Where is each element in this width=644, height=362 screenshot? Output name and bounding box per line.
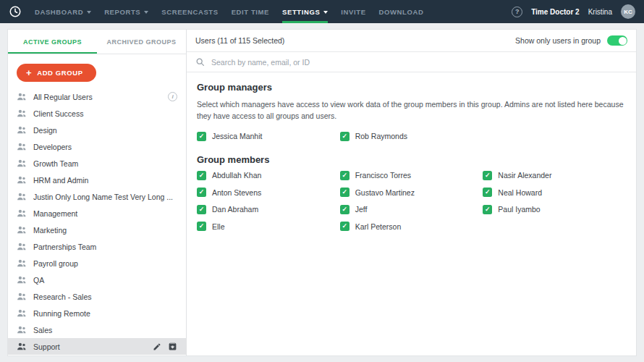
member-checkbox-item[interactable]: Jeff xyxy=(340,205,483,214)
sidebar-item-all-regular-users[interactable]: All Regular Users xyxy=(8,88,186,105)
group-users-icon xyxy=(17,193,27,201)
manager-checkbox-item[interactable]: Jessica Manhit xyxy=(197,132,340,141)
group-label: HRM and Admin xyxy=(33,176,177,185)
sidebar-item-marketing[interactable]: Marketing xyxy=(8,222,186,238)
group-label: Design xyxy=(33,126,177,135)
managers-grid: Jessica Manhit Rob Raymonds xyxy=(197,132,626,141)
sidebar-item-research-sales[interactable]: Research - Sales xyxy=(8,288,186,305)
show-only-users-label: Show only users in group xyxy=(515,36,601,45)
member-checkbox-item[interactable]: Gustavo Martinez xyxy=(340,188,483,197)
sidebar-item-partnerships-team[interactable]: Partnerships Team xyxy=(8,238,186,255)
group-users-icon xyxy=(17,276,27,284)
nav-dashboard[interactable]: DASHBOARD xyxy=(35,0,91,23)
nav-invite[interactable]: INVITE xyxy=(341,0,365,23)
member-checkbox-item[interactable]: Anton Stevens xyxy=(197,188,340,197)
tab-archived-groups[interactable]: ARCHIVED GROUPS xyxy=(97,30,186,54)
group-users-icon xyxy=(17,159,27,167)
company-name[interactable]: Time Doctor 2 xyxy=(531,8,580,16)
group-label: Running Remote xyxy=(33,309,177,318)
member-name: Anton Stevens xyxy=(212,188,261,197)
checkbox-checked-icon[interactable] xyxy=(197,205,206,214)
checkbox-checked-icon[interactable] xyxy=(340,205,349,214)
nav-download[interactable]: DOWNLOAD xyxy=(379,0,424,23)
groups-sidebar: ACTIVE GROUPS ARCHIVED GROUPS ADD GROUP … xyxy=(7,29,187,356)
search-input[interactable] xyxy=(211,58,627,67)
group-users-icon xyxy=(17,259,27,267)
info-icon[interactable] xyxy=(168,92,177,101)
sidebar-item-support[interactable]: Support xyxy=(8,338,186,355)
checkbox-checked-icon[interactable] xyxy=(197,132,206,141)
show-only-users-toggle[interactable] xyxy=(607,35,627,46)
sidebar-item-hrm-and-admin[interactable]: HRM and Admin xyxy=(8,172,186,188)
member-name: Elle xyxy=(212,222,225,231)
user-name[interactable]: Kristina xyxy=(588,8,612,16)
archive-group-icon[interactable] xyxy=(168,342,177,351)
sidebar-item-management[interactable]: Management xyxy=(8,205,186,222)
member-checkbox-item[interactable]: Neal Howard xyxy=(483,188,626,197)
group-members-title: Group members xyxy=(197,154,626,165)
time-doctor-logo-icon[interactable] xyxy=(9,5,22,18)
member-checkbox-item[interactable]: Dan Abraham xyxy=(197,205,340,214)
group-users-icon xyxy=(17,226,27,234)
nav-invite-label: INVITE xyxy=(341,8,365,16)
sidebar-item-sales[interactable]: Sales xyxy=(8,321,186,338)
group-users-icon xyxy=(17,176,27,184)
nav-settings[interactable]: SETTINGS xyxy=(282,0,328,23)
checkbox-checked-icon[interactable] xyxy=(483,188,492,197)
member-checkbox-item[interactable]: Abdullah Khan xyxy=(197,171,340,180)
checkbox-checked-icon[interactable] xyxy=(340,171,349,180)
checkbox-checked-icon[interactable] xyxy=(340,222,349,231)
avatar[interactable]: KC xyxy=(621,4,635,19)
group-label: Sales xyxy=(33,326,177,334)
help-icon[interactable] xyxy=(512,7,522,17)
member-name: Francisco Torres xyxy=(355,171,411,180)
manager-name: Rob Raymonds xyxy=(355,132,407,140)
member-checkbox-item[interactable]: Elle xyxy=(197,222,340,231)
chevron-down-icon xyxy=(323,11,328,14)
add-group-label: ADD GROUP xyxy=(37,69,82,77)
user-search-bar xyxy=(187,52,636,72)
nav-screencasts[interactable]: SCREENCASTS xyxy=(161,0,218,23)
sidebar-item-developers[interactable]: Developers xyxy=(8,138,186,155)
checkbox-checked-icon[interactable] xyxy=(197,188,206,197)
member-checkbox-item[interactable]: Francisco Torres xyxy=(340,171,483,180)
checkbox-checked-icon[interactable] xyxy=(340,132,349,141)
checkbox-checked-icon[interactable] xyxy=(483,171,492,180)
group-label: Client Success xyxy=(33,109,177,118)
tab-active-groups[interactable]: ACTIVE GROUPS xyxy=(8,30,97,54)
member-name: Dan Abraham xyxy=(212,205,258,214)
checkbox-checked-icon[interactable] xyxy=(340,188,349,197)
sidebar-item-running-remote[interactable]: Running Remote xyxy=(8,305,186,321)
chevron-down-icon xyxy=(87,11,91,14)
group-label: Marketing xyxy=(33,226,177,235)
sidebar-item-design[interactable]: Design xyxy=(8,122,186,138)
nav-reports[interactable]: REPORTS xyxy=(104,0,148,23)
sidebar-item-payroll-group[interactable]: Payroll group xyxy=(8,255,186,272)
checkbox-checked-icon[interactable] xyxy=(197,171,206,180)
checkbox-checked-icon[interactable] xyxy=(483,205,492,214)
group-users-icon xyxy=(17,243,27,251)
nav-edit-time[interactable]: EDIT TIME xyxy=(232,0,269,23)
chevron-down-icon xyxy=(144,11,148,14)
members-grid: Abdullah Khan Francisco Torres Nasir Ale… xyxy=(197,171,626,232)
member-checkbox-item[interactable]: Karl Peterson xyxy=(340,222,483,231)
sidebar-item-qa[interactable]: QA xyxy=(8,272,186,288)
sidebar-item-growth-team[interactable]: Growth Team xyxy=(8,155,186,172)
sidebar-tabs: ACTIVE GROUPS ARCHIVED GROUPS xyxy=(8,30,186,54)
sidebar-item-justin-long-name[interactable]: Justin Only Long Name Test Very Long ... xyxy=(8,188,186,205)
member-name: Abdullah Khan xyxy=(212,171,261,180)
member-checkbox-item[interactable]: Nasir Alexander xyxy=(483,171,626,180)
add-group-button[interactable]: ADD GROUP xyxy=(17,64,96,82)
manager-checkbox-item[interactable]: Rob Raymonds xyxy=(340,132,483,141)
group-label: Partnerships Team xyxy=(33,243,177,251)
checkbox-checked-icon[interactable] xyxy=(197,222,206,231)
group-settings-body: Group managers Select which managers hav… xyxy=(187,72,636,240)
sidebar-item-client-success[interactable]: Client Success xyxy=(8,105,186,122)
nav-dashboard-label: DASHBOARD xyxy=(35,8,83,16)
edit-group-icon[interactable] xyxy=(153,342,161,351)
member-checkbox-item[interactable]: Paul Iyambo xyxy=(483,205,626,214)
search-icon xyxy=(195,57,205,67)
plus-icon xyxy=(26,70,32,77)
group-list: All Regular Users Client Success Design … xyxy=(8,88,186,355)
group-detail-panel: Users (11 of 115 Selected) Show only use… xyxy=(187,29,637,356)
